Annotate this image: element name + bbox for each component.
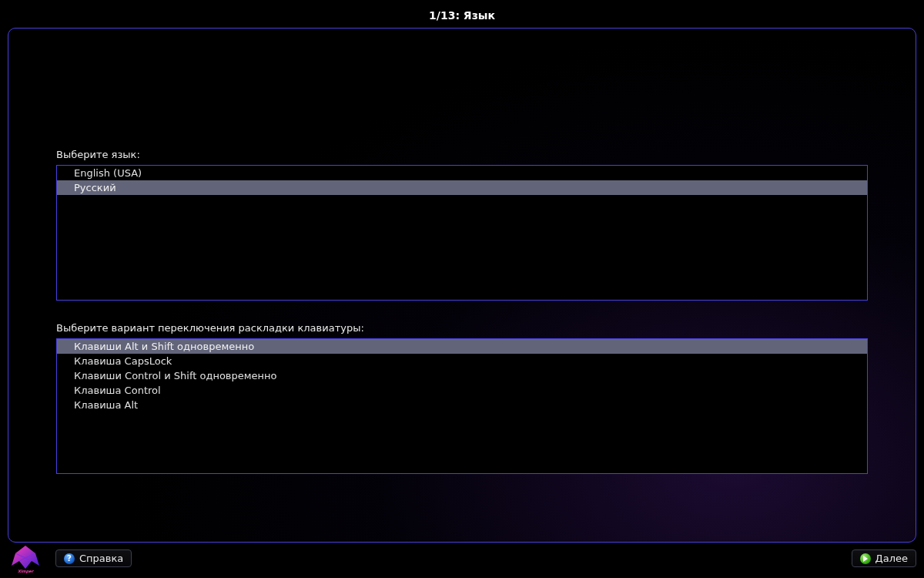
layout-switch-item[interactable]: Клавиша CapsLock bbox=[57, 354, 867, 368]
layout-switch-item[interactable]: Клавиши Control и Shift одновременно bbox=[57, 368, 867, 383]
language-item[interactable]: English (USA) bbox=[57, 166, 867, 180]
arrow-right-icon bbox=[860, 553, 871, 564]
layout-switch-label: Выберите вариант переключения раскладки … bbox=[56, 322, 868, 334]
page-title: 1/13: Язык bbox=[0, 9, 924, 22]
distro-logo-icon: Ximper bbox=[8, 543, 43, 573]
help-icon: ? bbox=[64, 553, 75, 564]
language-listbox[interactable]: English (USA)Русский bbox=[56, 165, 868, 301]
layout-switch-item[interactable]: Клавиши Alt и Shift одновременно bbox=[57, 339, 867, 354]
next-button[interactable]: Далее bbox=[852, 549, 916, 567]
next-button-label: Далее bbox=[875, 553, 908, 564]
help-button-label: Справка bbox=[79, 553, 123, 564]
language-label: Выберите язык: bbox=[56, 149, 868, 160]
language-item[interactable]: Русский bbox=[57, 180, 867, 195]
svg-text:Ximper: Ximper bbox=[18, 569, 35, 573]
main-panel: Выберите язык: English (USA)Русский Выбе… bbox=[8, 28, 916, 543]
footer-bar: Ximper ? Справка Далее bbox=[8, 546, 916, 573]
layout-switch-item[interactable]: Клавиша Control bbox=[57, 383, 867, 398]
layout-switch-listbox[interactable]: Клавиши Alt и Shift одновременноКлавиша … bbox=[56, 338, 868, 474]
help-button[interactable]: ? Справка bbox=[55, 549, 132, 567]
layout-switch-item[interactable]: Клавиша Alt bbox=[57, 398, 867, 412]
